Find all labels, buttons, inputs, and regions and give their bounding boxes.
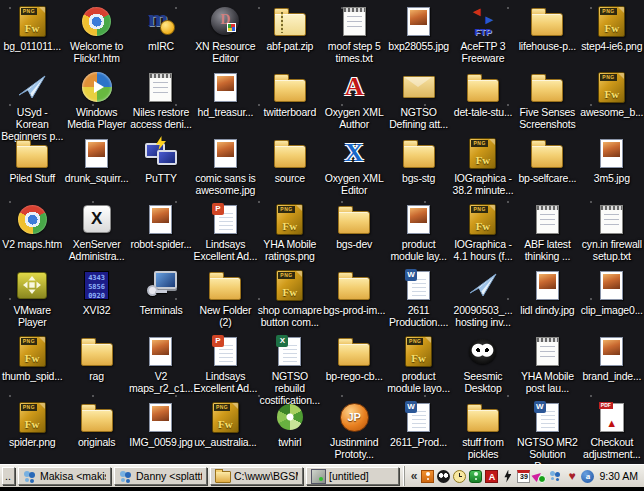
desktop-icon-label: IOGraphica - 38.2 minute... (453, 172, 514, 196)
desktop-icon[interactable]: ◄►FTPAceFTP 3 Freeware (451, 2, 515, 68)
desktop-icon-label: bgs-prod-im... (323, 304, 385, 316)
desktop-icon[interactable]: AOxygen XML Author (322, 68, 386, 134)
desktop-icon[interactable]: Niles restore access deni... (129, 68, 193, 134)
taskbar-overflow-button[interactable]: .. (2, 467, 15, 485)
desktop-icon[interactable]: Seesmic Desktop (451, 332, 515, 398)
tray-msn-messenger-icon[interactable] (549, 470, 562, 483)
desktop-icon[interactable]: twhirl (258, 398, 322, 464)
desktop-icon[interactable]: 20090503_... hosting inv... (451, 266, 515, 332)
desktop-icon[interactable]: lidl dindy.jpg (515, 266, 579, 332)
desktop-icon[interactable]: bp-selfcare... (515, 134, 579, 200)
desktop-icon[interactable]: PNGFwux_australia... (193, 398, 257, 464)
desktop-icon[interactable]: bgs-stg (386, 134, 450, 200)
desktop-icon[interactable]: lifehouse-p... (515, 2, 579, 68)
desktop-icon-label: 2611_Prod... (390, 436, 447, 448)
desktop-icon[interactable]: hd_treasur... (193, 68, 257, 134)
desktop-icon[interactable]: WNGTSO MR2 Solution Doc... (515, 398, 579, 464)
desktop-icon[interactable]: IMG_0059.jpg (129, 398, 193, 464)
desktop-icon[interactable]: rag (64, 332, 128, 398)
desktop-icon[interactable]: drunk_squirr... (64, 134, 128, 200)
desktop-icon[interactable]: bp-rego-cb... (322, 332, 386, 398)
desktop-icon[interactable]: YHA Mobile post lau... (515, 332, 579, 398)
desktop-icon[interactable]: moof step 5 times.txt (322, 2, 386, 68)
desktop-icon[interactable]: W2611 Production.... (386, 266, 450, 332)
desktop-icon[interactable]: ABF latest thinking ... (515, 200, 579, 266)
tray-messenger-status-icon[interactable] (469, 470, 482, 483)
image-file-icon (144, 400, 178, 434)
desktop-icon-label: Terminals (139, 304, 182, 316)
taskbar-button[interactable]: Danny <splattt... (114, 467, 207, 485)
desktop-icon[interactable]: PNGFwIOGraphica - 38.2 minute... (451, 134, 515, 200)
desktop-icon[interactable]: robot-spider... (129, 200, 193, 266)
desktop-icon[interactable]: comic sans is awesome.jpg (193, 134, 257, 200)
desktop-icon[interactable]: PuTTY (129, 134, 193, 200)
desktop-icon[interactable]: PLindsays Excellent Ad... (193, 332, 257, 398)
taskbar-button[interactable]: C:\www\BGSMa... (210, 467, 303, 485)
desktop-icon[interactable]: source (258, 134, 322, 200)
desktop-icon[interactable]: XXenServer Administra... (64, 200, 128, 266)
tray-calendar-date-icon[interactable]: 39 (517, 470, 530, 483)
desktop-icon[interactable]: Piled Stuff (0, 134, 64, 200)
desktop[interactable]: PNGFwbg_011011...Welcome to Flickr!.htmm… (0, 0, 644, 464)
tray-rocket-download-icon[interactable] (533, 470, 546, 483)
desktop-icon[interactable]: clip_image0... (580, 266, 644, 332)
desktop-icon[interactable]: USyd - Korean Beginners p... (0, 68, 64, 134)
desktop-icon[interactable]: Five Senses Screenshots (515, 68, 579, 134)
desktop-icon[interactable]: bxp28055.jpg (386, 2, 450, 68)
desktop-icon[interactable]: PNGFwawesome_b... (580, 68, 644, 134)
desktop-icon[interactable]: PLindsays Excellent Ad... (193, 200, 257, 266)
tray-app-orange-icon[interactable] (421, 470, 434, 483)
desktop-icon[interactable]: PNGFwbg_011011... (0, 2, 64, 68)
desktop-icon[interactable]: PNGFwstep4-ie6.png (580, 2, 644, 68)
desktop-icon-label: originals (78, 436, 115, 448)
desktop-icon[interactable]: V2 maps_r2_c1... (129, 332, 193, 398)
desktop-icon[interactable]: DXN Resource Editor (193, 2, 257, 68)
desktop-icon[interactable]: 3m5.jpg (580, 134, 644, 200)
desktop-icon[interactable]: PNGFwproduct module layo... (386, 332, 450, 398)
desktop-icon[interactable]: 4343 5856 0920XVI32 (64, 266, 128, 332)
desktop-icon[interactable]: XNGTSO rebuild costification... (258, 332, 322, 398)
desktop-icon[interactable]: bgs-dev (322, 200, 386, 266)
desktop-icon[interactable]: NGTSO Defining att... (386, 68, 450, 134)
desktop-icon[interactable]: W2611_Prod... (386, 398, 450, 464)
desktop-icon[interactable]: JPJustinmind Prototy... (322, 398, 386, 464)
desktop-icon[interactable]: product module lay... (386, 200, 450, 266)
desktop-icon[interactable]: Windows Media Player (64, 68, 128, 134)
desktop-icon[interactable]: XOxygen XML Editor (322, 134, 386, 200)
folder-icon (337, 202, 371, 236)
desktop-icon-label: spider.png (9, 436, 55, 448)
desktop-icon[interactable]: stuff from pickles (451, 398, 515, 464)
taskbar-button[interactable]: Makisa <makisa... (18, 467, 111, 485)
tray-gmail-notifier-icon[interactable] (565, 470, 578, 483)
tray-acrobat-icon[interactable] (485, 470, 498, 483)
desktop-icon[interactable]: det-tale-stu... (451, 68, 515, 134)
desktop-icon[interactable]: Welcome to Flickr!.htm (64, 2, 128, 68)
desktop-icon[interactable]: PNGFwIOGraphica - 4.1 hours (f... (451, 200, 515, 266)
desktop-icon[interactable]: PNGFwYHA Mobile ratings.png (258, 200, 322, 266)
desktop-icon[interactable]: V2 maps.htm (0, 200, 64, 266)
desktop-icon[interactable]: originals (64, 398, 128, 464)
desktop-icon[interactable]: PNGFwspider.png (0, 398, 64, 464)
desktop-icon[interactable]: cyn.in firewall setup.txt (580, 200, 644, 266)
tray-seesmic-icon[interactable] (437, 470, 450, 483)
tray-reminder-clock-icon[interactable] (453, 470, 466, 483)
desktop-icon[interactable]: PDF▲Checkout adjustment... (580, 398, 644, 464)
desktop-icon[interactable]: PNGFwthumb_spid... (0, 332, 64, 398)
putty-icon (144, 136, 178, 170)
tray-chevron-icon[interactable]: « (410, 469, 419, 483)
desktop-icon[interactable]: brand_inde... (580, 332, 644, 398)
desktop-icon[interactable]: bgs-prod-im... (322, 266, 386, 332)
desktop-icon[interactable]: abf-pat.zip (258, 2, 322, 68)
folder-icon (80, 400, 114, 434)
desktop-icon[interactable]: twitterboard (258, 68, 322, 134)
tray-a-app-icon[interactable] (581, 470, 594, 483)
desktop-icon-label: XN Resource Editor (195, 40, 255, 64)
desktop-icon[interactable]: New Folder (2) (193, 266, 257, 332)
desktop-icon[interactable]: mmIRC (129, 2, 193, 68)
taskbar-button[interactable]: [untitled] (306, 467, 399, 485)
desktop-icon[interactable]: PNGFwshop comapre button com... (258, 266, 322, 332)
desktop-icon[interactable]: Terminals (129, 266, 193, 332)
tray-launcher-lightning-icon[interactable] (501, 470, 514, 483)
notepad-icon (530, 202, 564, 236)
desktop-icon[interactable]: VMware Player (0, 266, 64, 332)
